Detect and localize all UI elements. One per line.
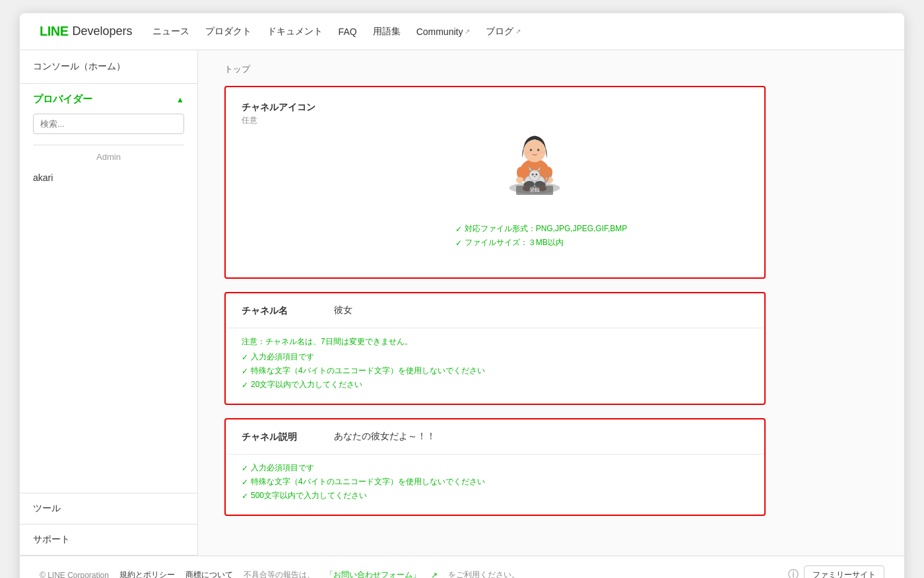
sidebar-search-input[interactable] [33,114,184,134]
nav-blog[interactable]: ブログ ↗ [486,26,521,38]
channel-name-hint1: ✓ 入力必須項目です [242,351,748,363]
external-link-icon: ↗ [515,28,521,35]
svg-text:登録: 登録 [529,187,540,193]
sidebar-footer-items: ツール サポート [20,493,197,556]
icon-illustration: 登録 [488,107,594,213]
icon-hints: ✓ 対応ファイル形式：PNG,JPG,JPEG,GIF,BMP ✓ ファイルサイ… [455,223,628,251]
sidebar-tools[interactable]: ツール [20,493,197,524]
channel-desc-hint1: ✓ 入力必須項目です [242,462,748,474]
check-icon: ✓ [455,225,462,234]
nav-community[interactable]: Community ↗ [416,26,471,37]
footer-contact-link[interactable]: 「お問い合わせフォーム」 [325,569,420,578]
check-icon: ✓ [242,380,248,390]
channel-desc-hint2: ✓ 特殊な文字（4バイトのユニコード文字）を使用しないでください [242,476,748,488]
external-link-icon: ↗ [465,28,470,35]
svg-point-16 [526,151,531,154]
sidebar-item-akari[interactable]: akari [33,167,184,188]
channel-icon-row: チャネルアイコン 任意 [226,87,764,277]
svg-point-4 [516,177,523,184]
nav-glossary[interactable]: 用語集 [373,26,401,38]
sidebar-support[interactable]: サポート [20,524,197,556]
content-area: トップ チャネルアイコン 任意 [198,50,904,556]
sidebar-provider-label[interactable]: プロバイダー [33,93,92,106]
footer-right: ⓘ ファミリーサイト [788,565,884,578]
channel-name-section: チャネル名 注意：チャネル名は、7日間は変更できません。 ✓ 入力必須項目です … [224,292,766,405]
page-footer: © LINE Corporation 規約とポリシー 商標について 不具合等の報… [20,556,904,578]
logo-line: LINE [40,24,69,39]
channel-name-label: チャネル名 [242,304,334,317]
channel-name-hint3: ✓ 20文字以内で入力してください [242,379,748,390]
nav-docs[interactable]: ドキュメント [267,26,323,38]
channel-desc-input[interactable] [334,431,748,442]
icon-hint-format: ✓ 対応ファイル形式：PNG,JPG,JPEG,GIF,BMP [455,223,628,235]
channel-name-hint2: ✓ 特殊な文字（4バイトのユニコード文字）を使用しないでください [242,365,748,377]
top-nav: LINE Developers ニュース プロダクト ドキュメント FAQ 用語… [20,13,904,50]
girl-cat-illustration: 登録 [488,107,581,199]
sidebar: コンソール（ホーム） プロバイダー ▲ Admin akari ツール サポート [20,50,198,556]
channel-desc-label: チャネル説明 [242,430,334,443]
svg-point-7 [529,170,541,181]
check-icon: ✓ [242,464,248,473]
footer-trademark[interactable]: 商標について [185,569,233,578]
check-icon: ✓ [242,491,248,501]
svg-point-17 [539,151,543,154]
channel-icon-section: チャネルアイコン 任意 [224,86,766,279]
channel-name-hints: 注意：チャネル名は、7日間は変更できません。 ✓ 入力必須項目です ✓ 特殊な文… [226,328,764,404]
logo-developers: Developers [73,24,133,38]
footer-copyright: © LINE Corporation [40,571,109,579]
external-link-icon: ↗ [431,571,438,579]
svg-point-10 [532,174,534,176]
footer-terms[interactable]: 規約とポリシー [119,569,175,578]
logo[interactable]: LINE Developers [40,24,133,39]
icon-upload-area[interactable]: 登録 ✓ 対応ファイル形式：PNG,JPG,JPEG,GIF,BMP [334,100,748,264]
channel-name-note: 注意：チャネル名は、7日間は変更できません。 [242,336,748,347]
nav-news[interactable]: ニュース [152,26,189,38]
svg-point-13 [523,140,546,163]
sidebar-divider [33,145,184,145]
content-inner: トップ チャネルアイコン 任意 [198,50,792,556]
channel-icon-field: 登録 ✓ 対応ファイル形式：PNG,JPG,JPEG,GIF,BMP [334,100,748,264]
nav-product[interactable]: プロダクト [205,26,251,38]
channel-desc-hint3: ✓ 500文字以内で入力してください [242,490,748,501]
main-layout: コンソール（ホーム） プロバイダー ▲ Admin akari ツール サポート… [20,50,904,556]
channel-desc-section: チャネル説明 ✓ 入力必須項目です ✓ 特殊な文字（4バイトのユニコード文字）を… [224,418,766,516]
svg-point-11 [535,174,537,176]
icon-hint-size: ✓ ファイルサイズ：３MB以内 [455,237,628,248]
sidebar-provider-section: プロバイダー ▲ Admin akari [20,84,197,195]
channel-desc-hints: ✓ 入力必須項目です ✓ 特殊な文字（4バイトのユニコード文字）を使用しないでく… [226,454,764,515]
svg-point-14 [530,149,533,151]
channel-name-row: チャネル名 [226,293,764,328]
footer-report-suffix: をご利用ください。 [448,569,519,578]
sidebar-admin-label: Admin [33,152,184,162]
svg-point-15 [537,149,540,151]
sidebar-console[interactable]: コンソール（ホーム） [20,50,197,84]
check-icon: ✓ [242,367,248,376]
check-icon: ✓ [242,478,248,487]
sidebar-provider-header: プロバイダー ▲ [33,93,184,106]
breadcrumb: トップ [224,63,766,75]
channel-desc-row: チャネル説明 [226,419,764,454]
family-site-button[interactable]: ファミリーサイト [804,565,884,578]
footer-report-text: 不具合等の報告は、 [244,569,315,578]
channel-icon-label: チャネルアイコン 任意 [242,100,334,126]
chevron-up-icon: ▲ [176,95,184,104]
check-icon: ✓ [242,353,248,362]
channel-name-input[interactable] [334,305,748,316]
nav-items: ニュース プロダクト ドキュメント FAQ 用語集 Community ↗ ブロ… [152,26,521,38]
info-icon: ⓘ [788,568,799,578]
nav-faq[interactable]: FAQ [339,26,357,37]
check-icon: ✓ [455,238,462,248]
